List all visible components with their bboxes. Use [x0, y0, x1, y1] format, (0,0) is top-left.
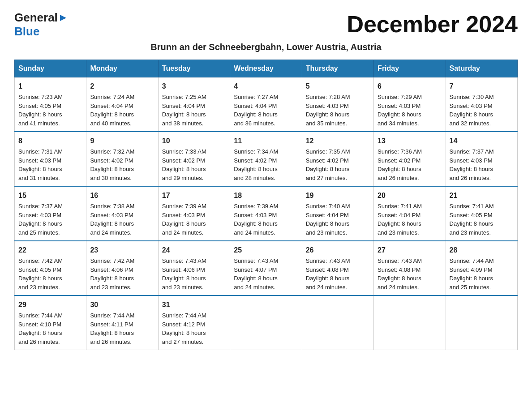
day-number: 13 [378, 136, 442, 146]
svg-marker-0 [60, 15, 66, 21]
day-number: 30 [90, 300, 154, 310]
day-number: 1 [18, 81, 82, 92]
sunrise-label: Sunrise: 7:43 AM [378, 257, 422, 264]
sunrise-label: Sunrise: 7:37 AM [450, 148, 494, 155]
daylight-value: and 23 minutes. [162, 284, 204, 291]
day-number: 24 [162, 245, 226, 256]
daylight-label: Daylight: 8 hours [90, 220, 134, 227]
daylight-label: Daylight: 8 hours [450, 166, 493, 172]
sunrise-label: Sunrise: 7:41 AM [450, 203, 494, 210]
daylight-value: and 23 minutes. [90, 284, 132, 291]
daylight-label: Daylight: 8 hours [378, 275, 421, 282]
daylight-value: and 27 minutes. [306, 175, 348, 181]
calendar-cell: 29 Sunrise: 7:44 AM Sunset: 4:10 PM Dayl… [15, 295, 86, 350]
day-number: 14 [450, 136, 514, 146]
col-monday: Monday [86, 60, 158, 77]
logo-blue-text: Blue [14, 25, 39, 38]
calendar-cell: 20 Sunrise: 7:41 AM Sunset: 4:04 PM Dayl… [374, 186, 446, 241]
daylight-label: Daylight: 8 hours [234, 111, 278, 118]
col-tuesday: Tuesday [158, 60, 230, 77]
calendar-cell: 25 Sunrise: 7:43 AM Sunset: 4:07 PM Dayl… [230, 241, 302, 295]
daylight-value: and 26 minutes. [90, 338, 132, 345]
sunrise-label: Sunrise: 7:39 AM [234, 203, 278, 210]
sunrise-label: Sunrise: 7:44 AM [162, 312, 206, 319]
day-number: 10 [162, 136, 226, 146]
daylight-label: Daylight: 8 hours [450, 275, 493, 282]
sunset-label: Sunset: 4:09 PM [450, 266, 493, 273]
day-number: 19 [306, 190, 370, 201]
daylight-label: Daylight: 8 hours [162, 330, 206, 336]
sunset-label: Sunset: 4:03 PM [450, 103, 493, 109]
daylight-label: Daylight: 8 hours [18, 111, 62, 118]
col-sunday: Sunday [15, 60, 86, 77]
daylight-label: Daylight: 8 hours [306, 111, 350, 118]
daylight-value: and 25 minutes. [450, 284, 491, 291]
page-subtitle: Brunn an der Schneebergbahn, Lower Austr… [14, 42, 518, 52]
calendar-table: Sunday Monday Tuesday Wednesday Thursday… [14, 60, 518, 350]
col-thursday: Thursday [302, 60, 373, 77]
calendar-cell: 22 Sunrise: 7:42 AM Sunset: 4:05 PM Dayl… [15, 241, 86, 295]
calendar-cell: 5 Sunrise: 7:28 AM Sunset: 4:03 PM Dayli… [302, 77, 373, 132]
calendar-cell: 14 Sunrise: 7:37 AM Sunset: 4:03 PM Dayl… [446, 132, 517, 186]
sunset-label: Sunset: 4:03 PM [234, 212, 277, 218]
sunrise-label: Sunrise: 7:31 AM [18, 148, 63, 155]
day-number: 2 [90, 81, 154, 92]
calendar-cell: 15 Sunrise: 7:37 AM Sunset: 4:03 PM Dayl… [15, 186, 86, 241]
calendar-cell: 6 Sunrise: 7:29 AM Sunset: 4:03 PM Dayli… [374, 77, 446, 132]
sunset-label: Sunset: 4:03 PM [306, 103, 349, 109]
sunrise-label: Sunrise: 7:25 AM [162, 94, 206, 100]
sunrise-label: Sunrise: 7:35 AM [306, 148, 350, 155]
sunset-label: Sunset: 4:04 PM [234, 103, 277, 109]
sunrise-label: Sunrise: 7:30 AM [450, 94, 494, 100]
daylight-label: Daylight: 8 hours [90, 275, 134, 282]
sunrise-label: Sunrise: 7:43 AM [306, 257, 350, 264]
day-number: 15 [18, 190, 82, 201]
daylight-value: and 36 minutes. [234, 120, 275, 127]
sunrise-label: Sunrise: 7:34 AM [234, 148, 278, 155]
daylight-value: and 24 minutes. [378, 284, 419, 291]
sunrise-label: Sunrise: 7:24 AM [90, 94, 134, 100]
sunset-label: Sunset: 4:02 PM [378, 157, 420, 164]
day-number: 11 [234, 136, 298, 146]
calendar-cell: 10 Sunrise: 7:33 AM Sunset: 4:02 PM Dayl… [158, 132, 230, 186]
calendar-cell: 13 Sunrise: 7:36 AM Sunset: 4:02 PM Dayl… [374, 132, 446, 186]
daylight-label: Daylight: 8 hours [378, 166, 421, 172]
daylight-label: Daylight: 8 hours [18, 220, 62, 227]
calendar-cell: 27 Sunrise: 7:43 AM Sunset: 4:08 PM Dayl… [374, 241, 446, 295]
day-number: 28 [450, 245, 514, 256]
logo-general-text: General [14, 11, 58, 25]
sunrise-label: Sunrise: 7:44 AM [450, 257, 494, 264]
day-number: 12 [306, 136, 370, 146]
daylight-label: Daylight: 8 hours [306, 166, 350, 172]
calendar-cell [446, 295, 517, 350]
daylight-value: and 32 minutes. [450, 120, 491, 127]
sunrise-label: Sunrise: 7:27 AM [234, 94, 278, 100]
sunrise-label: Sunrise: 7:44 AM [18, 312, 63, 319]
day-number: 29 [18, 300, 82, 310]
daylight-value: and 27 minutes. [162, 338, 204, 345]
calendar-cell: 19 Sunrise: 7:40 AM Sunset: 4:04 PM Dayl… [302, 186, 373, 241]
calendar-week-row: 1 Sunrise: 7:23 AM Sunset: 4:05 PM Dayli… [15, 77, 518, 132]
day-number: 17 [162, 190, 226, 201]
daylight-label: Daylight: 8 hours [378, 220, 421, 227]
calendar-cell: 4 Sunrise: 7:27 AM Sunset: 4:04 PM Dayli… [230, 77, 302, 132]
sunrise-label: Sunrise: 7:41 AM [378, 203, 422, 210]
sunset-label: Sunset: 4:03 PM [450, 157, 493, 164]
daylight-value: and 34 minutes. [378, 120, 419, 127]
daylight-label: Daylight: 8 hours [378, 111, 421, 118]
day-number: 5 [306, 81, 370, 92]
sunset-label: Sunset: 4:03 PM [90, 212, 133, 218]
daylight-value: and 26 minutes. [378, 175, 419, 181]
daylight-value: and 24 minutes. [162, 229, 204, 236]
daylight-label: Daylight: 8 hours [18, 275, 62, 282]
calendar-cell: 16 Sunrise: 7:38 AM Sunset: 4:03 PM Dayl… [86, 186, 158, 241]
daylight-label: Daylight: 8 hours [234, 275, 278, 282]
sunset-label: Sunset: 4:07 PM [234, 266, 277, 273]
sunrise-label: Sunrise: 7:40 AM [306, 203, 350, 210]
day-number: 20 [378, 190, 442, 201]
sunset-label: Sunset: 4:08 PM [378, 266, 420, 273]
daylight-label: Daylight: 8 hours [90, 166, 134, 172]
calendar-cell [302, 295, 373, 350]
daylight-value: and 26 minutes. [18, 338, 60, 345]
sunset-label: Sunset: 4:03 PM [162, 212, 205, 218]
